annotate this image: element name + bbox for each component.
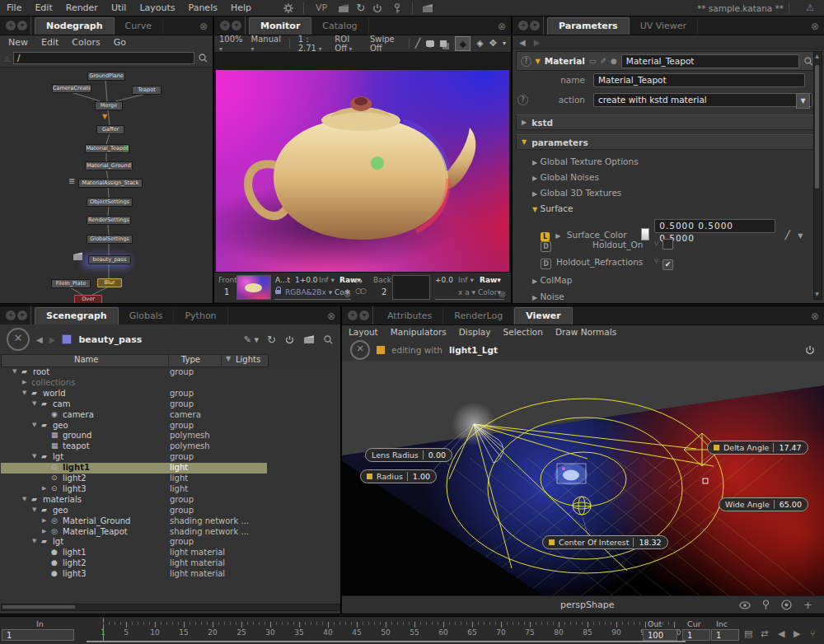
pane-add-icon[interactable]: + <box>6 21 16 30</box>
set-key-icon[interactable]: ⑂ <box>810 628 816 639</box>
hud-center-of-interest[interactable]: Center Of Interest18.32 <box>542 535 668 549</box>
scenegraph-row-root[interactable]: ▼▰rootgroup <box>1 367 267 378</box>
expander-icon[interactable]: ▼ <box>22 496 26 502</box>
refresh-icon[interactable]: ↻ <box>267 334 276 346</box>
menu-render[interactable]: Render <box>59 2 105 13</box>
action-dropdown[interactable]: create with kstd material <box>593 93 812 107</box>
chevron-down-icon[interactable]: ▾ <box>503 38 506 49</box>
menu-new[interactable]: New <box>8 37 28 48</box>
scenegraph-row-light2[interactable]: ●light2light material <box>1 558 267 569</box>
hud-radius[interactable]: Radius1.00 <box>360 469 437 483</box>
lock-icon[interactable] <box>275 288 281 296</box>
clapperboard-icon[interactable] <box>303 334 315 344</box>
tab-attributes[interactable]: Attributes <box>377 308 443 324</box>
pane-buttons[interactable]: +▾ <box>2 306 31 324</box>
front-exposure[interactable]: 1+0.0 <box>295 276 318 284</box>
front-clear-icon[interactable]: ⊗ <box>344 289 351 300</box>
step-back-icon[interactable]: ◀ <box>778 628 784 639</box>
tab-catalog[interactable]: Catalog <box>311 18 368 35</box>
scenegraph-row-light2[interactable]: ⊙light2light <box>1 474 267 484</box>
pane-menu-icon[interactable]: ▾ <box>17 21 27 30</box>
pane-menu-icon[interactable]: ▾ <box>359 310 369 320</box>
scenegraph-row-ground[interactable]: ▦groundpolymesh <box>1 431 267 441</box>
layers-icon[interactable] <box>440 40 447 47</box>
pane-menu-icon[interactable]: ▾ <box>530 21 540 30</box>
menu-help[interactable]: Help <box>224 2 258 13</box>
back-arrow-icon[interactable]: ◀ <box>519 38 526 47</box>
scenegraph-row-materials[interactable]: ▼▰materialsgroup <box>1 495 267 506</box>
hud-value[interactable]: 0.00 <box>423 450 446 460</box>
vp-toggle[interactable]: VP <box>309 2 334 13</box>
render-view[interactable] <box>216 70 509 272</box>
pen-icon[interactable]: ✎ ▾ <box>244 334 259 345</box>
column-type[interactable]: Type <box>181 355 200 364</box>
pane-menu-icon[interactable]: ▾ <box>232 21 241 30</box>
scrollbar-thumb[interactable] <box>815 65 819 189</box>
annotation-icon[interactable] <box>426 40 434 47</box>
gamut-diamond-icon[interactable]: ✥ <box>489 38 497 49</box>
dropdown-arrow-icon[interactable]: ▼ <box>796 93 810 109</box>
back-arrow-icon[interactable]: ◀ <box>36 335 43 344</box>
scenegraph-row-camera[interactable]: ◉cameracamera <box>1 410 267 421</box>
tab-globals[interactable]: Globals <box>119 308 175 324</box>
out-field[interactable]: 100 <box>643 629 677 641</box>
refresh-icon[interactable]: ↻ <box>353 2 368 14</box>
key-icon[interactable] <box>391 2 403 14</box>
help-icon[interactable]: ? <box>521 56 531 67</box>
node-FileIn_Plate[interactable]: FileIn_Plate <box>51 279 91 288</box>
back-raw-dropdown[interactable]: Raw▾ <box>480 276 501 284</box>
nodegraph-canvas[interactable]: ▼ ≣ GroundPlaneCameraCreateTeapotMergeGa… <box>0 68 213 303</box>
pane-add-icon[interactable]: + <box>6 310 16 320</box>
forward-arrow-icon[interactable]: ▶ <box>534 38 541 47</box>
material-node-header[interactable]: ? ▼ Material ▭ ✐ ● Material_Teapot <box>516 51 819 71</box>
close-icon[interactable]: ⊗ <box>808 310 822 324</box>
link-icon[interactable]: ○○ <box>355 287 365 295</box>
pane-add-icon[interactable]: + <box>348 310 358 320</box>
group-surface[interactable]: ▼ Surface <box>532 203 574 213</box>
holdout-refractions-checkbox[interactable]: ✔ <box>662 259 673 270</box>
menu-edit[interactable]: Edit <box>41 37 59 48</box>
hud-delta-angle[interactable]: Delta Angle17.47 <box>707 441 808 455</box>
forward-arrow-icon[interactable]: ▶ <box>49 335 56 344</box>
expander-icon[interactable]: ▼ <box>536 58 541 65</box>
pixel-probe-icon[interactable]: ╱ <box>415 38 421 49</box>
pane-buttons[interactable]: +▾ <box>515 16 544 35</box>
close-icon[interactable]: ⊗ <box>197 21 210 35</box>
back-inf-dropdown[interactable]: Inf ▾ <box>458 276 474 284</box>
node-Teapot[interactable]: Teapot <box>132 86 162 95</box>
inc-field[interactable]: 1 <box>711 629 739 641</box>
node-Material_Teapot[interactable]: Material_Teapot <box>85 144 129 153</box>
light-pin-icon[interactable] <box>762 600 770 610</box>
flipbook-icon[interactable]: ▤ <box>744 628 752 639</box>
scenegraph-row-light3[interactable]: ●light3light material <box>1 569 267 580</box>
column-lights[interactable]: Lights <box>236 355 260 364</box>
expander-icon[interactable]: ▼ <box>32 453 36 460</box>
power-icon[interactable] <box>284 334 295 345</box>
node-Over[interactable]: Over <box>74 295 102 303</box>
node-Merge[interactable]: Merge <box>95 101 123 110</box>
scenegraph-hscrollbar[interactable] <box>1 604 340 611</box>
menu-edit[interactable]: Edit <box>28 2 59 13</box>
enable-toggle-icon[interactable] <box>654 258 660 267</box>
expander-icon[interactable]: ▶ <box>22 379 26 385</box>
compare-diamonds-icon[interactable]: ◈ <box>476 38 483 49</box>
cur-field[interactable]: 1 <box>682 629 710 641</box>
parameters-scrollbar[interactable]: ▲ ▼ <box>813 51 822 300</box>
clapperboard-icon[interactable] <box>338 2 349 14</box>
back-exposure[interactable]: +0.0 <box>435 276 453 284</box>
warning-icon[interactable]: ⚠ <box>806 2 814 13</box>
scenegraph-row-geo[interactable]: ▼▰geogroup <box>1 421 267 432</box>
front-alpha-label[interactable]: A...t <box>275 276 290 284</box>
hud-value[interactable]: 1.00 <box>407 472 430 481</box>
search-icon[interactable] <box>323 334 334 345</box>
key-nav-icon[interactable]: ⇄ <box>761 628 768 639</box>
update-mode-dropdown[interactable]: Manual <box>251 35 281 53</box>
tab-parameters[interactable]: Parameters <box>547 17 630 35</box>
expander-icon[interactable]: ▶ <box>42 517 46 524</box>
tab-curve[interactable]: Curve <box>115 18 163 35</box>
menu-layout[interactable]: Layout <box>349 327 378 337</box>
scenegraph-row-world[interactable]: ▼▰worldgroup <box>1 389 267 399</box>
node-Material_Ground[interactable]: Material_Ground <box>85 161 133 170</box>
expander-icon[interactable]: ▶ <box>42 485 46 492</box>
pen-icon[interactable]: ╱ <box>785 230 790 240</box>
